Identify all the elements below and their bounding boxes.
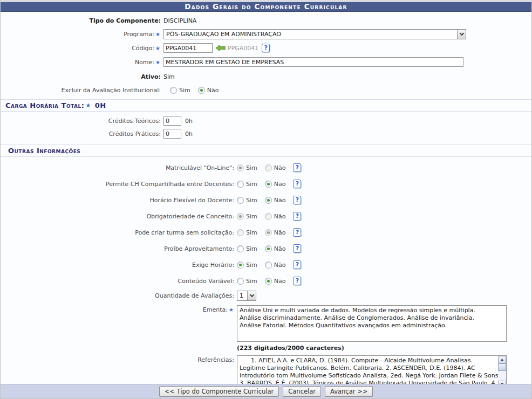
- help-icon[interactable]: ?: [293, 180, 301, 188]
- page-title: Dados Gerais do Componente Curricular: [1, 2, 531, 12]
- radio-row-matriculavel: Matriculável "On-Line": Sim Não ?: [1, 162, 531, 173]
- scroll-up-button[interactable]: ▲: [498, 356, 506, 363]
- ativo-row: Ativo: Sim: [1, 72, 531, 81]
- quantidade-avaliacoes-select[interactable]: 1: [237, 291, 256, 301]
- radio-sim[interactable]: [237, 181, 244, 188]
- radio-sim-label: Sim: [246, 262, 257, 269]
- nome-input[interactable]: [163, 57, 463, 67]
- radio-sim[interactable]: [237, 213, 244, 220]
- radio-nao-label: Não: [274, 278, 286, 285]
- required-star-icon: ★: [155, 59, 160, 65]
- radio-row-proibe-aproveitamento: Proíbe Aproveitamento: Sim Não ?: [1, 243, 531, 254]
- radio-nao-label: Não: [274, 213, 286, 220]
- help-icon[interactable]: ?: [293, 163, 301, 172]
- creditos-teoricos-label: Créditos Teóricos:: [1, 118, 163, 125]
- select-dropdown-button[interactable]: [247, 291, 256, 300]
- radio-nao[interactable]: [265, 229, 272, 236]
- green-left-arrow-icon: [216, 45, 226, 51]
- radio-row-obrigatoriedade: Obrigatoriedade de Conceito: Sim Não ?: [1, 211, 531, 222]
- carga-horaria-title: Carga Horária Total:: [5, 101, 84, 109]
- nome-row: Nome:★: [1, 57, 531, 67]
- radio-sim-label: Sim: [246, 229, 257, 236]
- quantidade-avaliacoes-row: Quantidade de Avaliações: 1: [1, 290, 531, 301]
- radio-sim-label: Sim: [246, 164, 257, 171]
- referencias-text[interactable]: 1. AFIEI, A.A. e CLARA, D. (1984). Compu…: [237, 356, 498, 388]
- ementa-char-counter: (223 digitados/2000 caracteres): [237, 345, 344, 352]
- radio-nao-label: Não: [274, 181, 286, 188]
- scroll-thumb[interactable]: [498, 363, 506, 371]
- creditos-praticos-suffix: 0h: [185, 130, 193, 137]
- required-star-icon: ★: [155, 31, 160, 37]
- help-icon[interactable]: ?: [293, 212, 301, 221]
- carga-horaria-value: 0H: [95, 101, 106, 109]
- row-label: Obrigatoriedade de Conceito:: [1, 213, 237, 220]
- codigo-hint: PPGA0041: [228, 45, 258, 52]
- radio-sim-label: Sim: [246, 278, 257, 285]
- required-star-icon: ★: [155, 45, 160, 51]
- radio-nao[interactable]: [265, 245, 272, 252]
- chevron-down-icon: [249, 292, 254, 297]
- codigo-row: Código:★ PPGA0041 ?: [1, 43, 531, 53]
- radio-nao[interactable]: [265, 164, 272, 171]
- carga-horaria-section-header: Carga Horária Total: ★ 0H: [1, 99, 531, 112]
- radio-nao[interactable]: [265, 278, 272, 285]
- row-label: Permite CH Compartilhada entre Docentes:: [1, 181, 237, 188]
- ementa-label: Ementa:: [203, 306, 228, 313]
- vertical-scrollbar[interactable]: ▲ ▼: [498, 356, 506, 388]
- radio-sim-label: Sim: [246, 245, 257, 252]
- radio-sim-label: Sim: [246, 181, 257, 188]
- footer-bar: << Tipo do Componente Curricular Cancela…: [1, 384, 531, 398]
- radio-nao[interactable]: [265, 181, 272, 188]
- radio-row-horario-flexivel: Horário Flexível do Docente: Sim Não ?: [1, 195, 531, 205]
- radio-sim[interactable]: [237, 164, 244, 171]
- radio-row-conteudo-variavel: Conteúdo Variável: Sim Não ?: [1, 276, 531, 286]
- outras-informacoes-section-header: Outras Informações: [1, 145, 531, 157]
- creditos-praticos-label: Créditos Práticos:: [1, 130, 163, 137]
- radio-nao[interactable]: [265, 197, 272, 204]
- programa-row: Programa:★ PÓS-GRADUAÇÃO EM ADMINISTRAÇÃ…: [1, 29, 531, 39]
- codigo-input[interactable]: [163, 43, 213, 53]
- radio-sim[interactable]: [237, 229, 244, 236]
- advance-button[interactable]: Avançar >>: [325, 386, 373, 397]
- help-icon[interactable]: ?: [293, 196, 301, 204]
- radio-nao[interactable]: [198, 87, 205, 94]
- row-label: Proíbe Aproveitamento:: [1, 245, 237, 252]
- radio-row-exige-horario: Exige Horário: Sim Não ?: [1, 259, 531, 270]
- excluir-row: Excluir da Avaliação Institucional: Sim …: [1, 86, 531, 95]
- row-label: Pode criar turma sem solicitação:: [1, 229, 237, 236]
- creditos-praticos-input[interactable]: [163, 129, 181, 139]
- creditos-teoricos-input[interactable]: [163, 116, 181, 126]
- row-label: Matriculável "On-Line":: [1, 164, 237, 171]
- cancel-button[interactable]: Cancelar: [283, 386, 321, 397]
- radio-row-pode-criar-turma: Pode criar turma sem solicitação: Sim Nã…: [1, 227, 531, 238]
- select-dropdown-button[interactable]: [457, 30, 466, 39]
- quantidade-selected-option: 1: [237, 292, 247, 299]
- radio-sim[interactable]: [237, 278, 244, 285]
- row-label: Horário Flexível do Docente:: [1, 197, 237, 204]
- help-icon[interactable]: ?: [293, 260, 301, 269]
- radio-nao-label: Não: [274, 197, 286, 204]
- codigo-label: Código:: [132, 45, 154, 52]
- ementa-textarea[interactable]: Análise Uni e multi variada de dados. Mo…: [237, 305, 507, 342]
- tipo-label: Tipo do Componente:: [1, 17, 163, 24]
- radio-nao-label: Não: [207, 87, 219, 94]
- help-icon[interactable]: ?: [293, 244, 301, 253]
- back-to-tipo-componente-button[interactable]: << Tipo do Componente Curricular: [159, 386, 279, 397]
- radio-sim[interactable]: [237, 262, 244, 269]
- scroll-track[interactable]: [498, 363, 506, 381]
- radio-sim[interactable]: [237, 245, 244, 252]
- tipo-value: DISCIPLINA: [163, 17, 196, 24]
- help-icon[interactable]: ?: [293, 277, 301, 285]
- programa-select[interactable]: PÓS-GRADUAÇÃO EM ADMINISTRAÇÃO: [163, 29, 466, 39]
- ativo-value: Sim: [163, 73, 175, 80]
- help-icon[interactable]: ?: [293, 228, 301, 237]
- help-icon[interactable]: ?: [262, 44, 270, 52]
- radio-sim[interactable]: [170, 87, 177, 94]
- radio-nao[interactable]: [265, 262, 272, 269]
- radio-nao[interactable]: [265, 213, 272, 220]
- radio-sim-label: Sim: [246, 213, 257, 220]
- referencias-label: Referências:: [1, 355, 237, 363]
- radio-sim[interactable]: [237, 197, 244, 204]
- creditos-praticos-row: Créditos Práticos: 0h: [1, 128, 531, 139]
- tipo-row: Tipo do Componente: DISCIPLINA: [1, 16, 531, 25]
